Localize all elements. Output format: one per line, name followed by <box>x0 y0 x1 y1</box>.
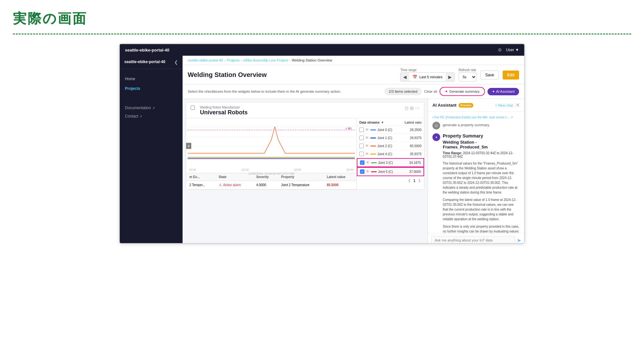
breadcrumb-projects[interactable]: Projects <box>227 58 240 62</box>
ai-banner-text: Select the checkboxes from the widgets b… <box>188 90 341 93</box>
ds-value-1: 28.9375 <box>410 136 421 140</box>
ds-checkbox-5[interactable]: ✓ <box>360 169 365 174</box>
outer-container: 実際の画面 seattle-ebike-portal-40 ⚙ User ▼ s… <box>0 0 644 360</box>
sidebar: seattle-ebike-portal-40 ❮ Home Projects … <box>120 56 183 243</box>
sidebar-item-home[interactable]: Home <box>120 74 183 84</box>
generate-icon: ✦ <box>445 89 448 94</box>
sidebar-item-projects[interactable]: Projects <box>120 84 183 93</box>
page-prev-button[interactable]: ❮ <box>408 178 411 183</box>
user-message: U generate a property summary. <box>432 122 520 129</box>
dashboard-title: Welding Station Overview <box>188 71 267 79</box>
ds-latest-value-header: Latest valu <box>405 121 421 124</box>
page-title: 実際の画面 <box>13 10 631 28</box>
ai-assistant-panel: AI Assistant Preview + New chat ✕ • For … <box>428 99 524 243</box>
ds-checkbox-1[interactable] <box>359 136 364 140</box>
widget-toolbar: ⊡ ⊞ ⋯ <box>405 106 420 111</box>
alarm-icon: ⚠ <box>219 183 222 187</box>
ds-name-0: Joint 0 (C) <box>377 128 409 132</box>
ds-value-0: 28.2500 <box>410 128 421 132</box>
edit-button[interactable]: Edit <box>503 71 519 80</box>
ds-eye-1[interactable]: 👁 <box>365 136 369 140</box>
refresh-rate-select[interactable]: 5s 10s 30s <box>459 72 477 81</box>
top-nav: seattle-ebike-portal-40 ⚙ User ▼ <box>120 44 524 56</box>
pagination: ❮ 1 ❯ <box>357 176 424 185</box>
sidebar-link-contact[interactable]: Contact ↗ <box>120 112 183 120</box>
header-controls: Time range ◀ 📅 Last 5 minutes ▶ <box>400 68 519 81</box>
ds-eye-2[interactable]: 👁 <box>365 144 369 148</box>
sidebar-link-documentation[interactable]: Documentation ↗ <box>120 104 183 112</box>
clear-all-button[interactable]: Clear all <box>424 90 437 93</box>
ds-checkbox-3[interactable] <box>359 152 364 156</box>
ai-close-button[interactable]: ✕ <box>516 102 520 108</box>
widget-manufacturer: Welding Robot Manufactuer <box>200 106 248 109</box>
chart-svg: > 80 <box>188 120 355 166</box>
time-range-control: ◀ 📅 Last 5 minutes ▶ <box>400 72 455 81</box>
ds-value-5: 37.0000 <box>409 170 421 174</box>
ds-eye-3[interactable]: 👁 <box>365 152 369 156</box>
ds-eye-4[interactable]: 👁 <box>366 160 370 165</box>
gear-icon[interactable]: ⚙ <box>498 47 502 52</box>
ai-avatar: ✦ <box>432 133 440 141</box>
breadcrumb-current: Welding Station Overview <box>292 58 332 62</box>
ds-row-1: 👁 Joint 1 (C) 28.9375 <box>357 134 424 142</box>
ps-timerange: Time Range: 2024-12-03T01:32:44Z to 2024… <box>443 151 520 158</box>
ps-para-1: The historical values for the "Frames_Pr… <box>443 161 520 195</box>
ai-chat-input[interactable] <box>431 236 515 243</box>
time-prev-button[interactable]: ◀ <box>401 73 409 81</box>
ds-checkbox-4[interactable]: ✓ <box>360 160 365 165</box>
external-link-icon: ↗ <box>139 115 142 118</box>
ds-value-3: 35.9375 <box>410 152 421 156</box>
chart-area: ⏸ <box>186 118 356 173</box>
menu-icon[interactable]: ⋯ <box>415 106 420 111</box>
ai-banner: Select the checkboxes from the widgets b… <box>183 84 524 99</box>
chart-x-axis: 10:41 10:42 10:43 10:44 <box>188 167 355 171</box>
app-frame: seattle-ebike-portal-40 ⚙ User ▼ seattle… <box>119 43 525 244</box>
new-chat-button[interactable]: + New chat <box>495 103 513 107</box>
preview-badge: Preview <box>459 103 473 108</box>
ds-eye-5[interactable]: 👁 <box>366 169 370 174</box>
widget-card-universal-robots: Welding Robot Manufactuer Universal Robo… <box>186 102 424 190</box>
ai-msg-content: Property Summary Welding Station - Frame… <box>443 133 520 233</box>
generate-summary-button[interactable]: ✦ Generate summary <box>440 87 485 96</box>
save-button[interactable]: Save <box>480 71 499 80</box>
ai-send-button[interactable]: ➤ <box>517 237 521 243</box>
ds-row-4: ✓ 👁 Joint 3 (C) 34.1875 <box>357 158 424 167</box>
chart-container: ⏸ <box>186 118 356 189</box>
ds-checkbox-0[interactable] <box>359 128 364 132</box>
grid-icon[interactable]: ⊞ <box>410 106 414 111</box>
sidebar-collapse-button[interactable]: ❮ <box>174 60 178 65</box>
nav-portal-name: seattle-ebike-portal-40 <box>125 48 169 52</box>
ai-assistant-button[interactable]: ✦ AI Assistant <box>488 88 519 95</box>
ds-checkbox-2[interactable] <box>359 144 364 148</box>
time-next-button[interactable]: ▶ <box>446 73 454 81</box>
ai-panel-title: AI Assistant Preview <box>432 103 473 108</box>
alarm-name: 2 Temper... <box>186 181 215 189</box>
content-area: seattle-ebike-portal-40 › Projects › eBi… <box>183 56 524 243</box>
breadcrumb-portal[interactable]: seattle-ebike-portal-40 <box>188 58 223 62</box>
ai-chat-body: • For PE (Protective Earth) use the M6- … <box>428 112 524 233</box>
dashboard-header: Welding Station Overview Time range ◀ 📅 … <box>183 65 524 84</box>
alarm-section: m Ex... State Severity Property Latest v… <box>186 173 356 189</box>
expand-icon[interactable]: ⊡ <box>405 106 409 111</box>
ai-message: ✦ Property Summary Welding Station - Fra… <box>432 133 520 233</box>
chart-pause-button[interactable]: ⏸ <box>186 143 191 149</box>
items-selected-badge: 2/3 items selected <box>384 88 421 95</box>
property-summary-card: Property Summary Welding Station - Frame… <box>443 133 520 233</box>
nav-user-label[interactable]: User ▼ <box>506 48 519 52</box>
ps-title: Property Summary <box>443 133 520 138</box>
main-area: seattle-ebike-portal-40 ❮ Home Projects … <box>120 56 524 243</box>
page-number: 1 <box>413 179 415 183</box>
page-next-button[interactable]: ❯ <box>418 178 421 183</box>
ds-eye-0[interactable]: 👁 <box>365 128 369 132</box>
chat-link-item[interactable]: • For PE (Protective Earth) use the M6- … <box>432 116 520 119</box>
chart-and-streams: ⏸ <box>186 118 424 189</box>
ds-filter-icon[interactable]: ▼ <box>381 121 384 124</box>
ps-para-3: Since there is only one property provide… <box>443 224 520 233</box>
ps-para-2: Comparing the latest value of 1.0 frame … <box>443 197 520 222</box>
breadcrumb-ebike[interactable]: eBike Assembly Line Project <box>243 58 288 62</box>
ds-colorline-4 <box>371 162 377 163</box>
widget-checkbox[interactable] <box>191 106 195 110</box>
dashboard-body: Welding Robot Manufactuer Universal Robo… <box>183 99 524 243</box>
ds-name-5: Joint 5 (C) <box>378 170 408 174</box>
time-range-group: Time range ◀ 📅 Last 5 minutes ▶ <box>400 68 455 81</box>
